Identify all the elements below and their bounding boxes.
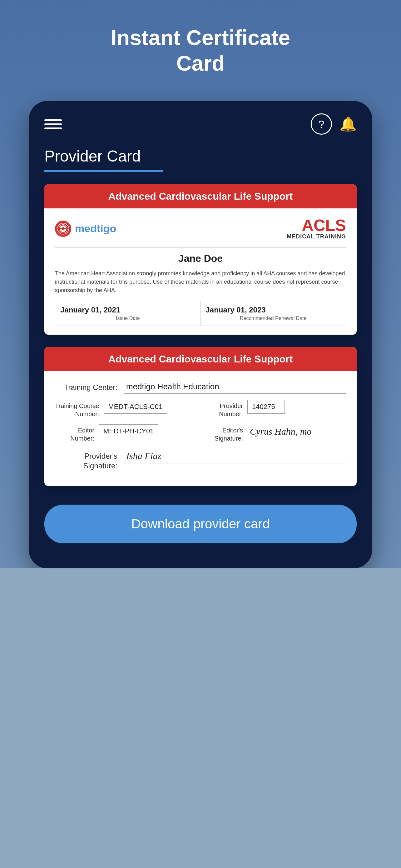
editor-number-group: EditorNumber: MEDT-PH-CY01: [55, 424, 197, 442]
help-icon-button[interactable]: ?: [311, 114, 332, 135]
cert-front-header-text: Advanced Cardiovascular Life Support: [108, 191, 293, 202]
editors-signature-label: Editor'sSignature:: [204, 424, 247, 442]
cert-dates-row: January 01, 2021 Issue Date January 01, …: [55, 301, 346, 326]
editor-number-label: EditorNumber:: [55, 424, 99, 442]
tab-section: Provider Card: [29, 141, 372, 172]
cert-issue-date-label: Issue Date: [60, 316, 196, 321]
cert-card-front: Advanced Cardiovascular Life Support: [44, 184, 357, 335]
providers-signature-value-container: Isha Fiaz: [124, 449, 346, 463]
cert-back-body: Training Center: medtigo Health Educatio…: [44, 371, 357, 486]
training-center-value-container: medtigo Health Education: [124, 380, 346, 394]
provider-number-value: 140275: [247, 400, 285, 414]
acls-subtext: MEDICAL TRAINING: [287, 234, 346, 240]
cert-issue-date-box: January 01, 2021 Issue Date: [55, 301, 201, 326]
course-number-label: Training CourseNumber:: [55, 400, 104, 418]
cert-name: Jane Doe: [55, 253, 346, 264]
acls-text: ACLS: [287, 217, 346, 234]
hamburger-menu-button[interactable]: [44, 119, 62, 129]
editors-signature-value: Cyrus Hahn, mo: [247, 424, 346, 439]
navbar: ? 🔔: [29, 101, 372, 141]
cert-back-header: Advanced Cardiovascular Life Support: [44, 347, 357, 371]
cert-description: The American Heart Association strongly …: [55, 269, 346, 294]
page-title: Instant Certificate Card: [92, 25, 309, 76]
svg-point-0: [57, 222, 70, 235]
providers-signature-value: Isha Fiaz: [126, 451, 162, 461]
training-center-value: medtigo Health Education: [126, 382, 219, 391]
svg-point-2: [62, 227, 64, 230]
course-number-group: Training CourseNumber: MEDT-ACLS-C01: [55, 400, 197, 418]
cert-top-row: medtigo ACLS MEDICAL TRAINING: [55, 217, 346, 240]
cert-issue-date-value: January 01, 2021: [60, 306, 196, 314]
cert-back-header-text: Advanced Cardiovascular Life Support: [108, 353, 293, 365]
provider-number-label: ProviderNumber:: [204, 400, 247, 418]
phone-card: ? 🔔 Provider Card Advanced Cardiovascula…: [29, 101, 372, 568]
navbar-right: ? 🔔: [311, 114, 357, 135]
acls-badge: ACLS MEDICAL TRAINING: [287, 217, 346, 240]
svg-point-1: [59, 225, 67, 232]
editor-number-value: MEDT-PH-CY01: [99, 424, 158, 438]
cert-renewal-date-label: Recommended Renewal Date: [206, 316, 341, 321]
cert-card-back: Advanced Cardiovascular Life Support Tra…: [44, 347, 357, 486]
bell-icon-button[interactable]: 🔔: [339, 116, 357, 132]
cert-front-header: Advanced Cardiovascular Life Support: [44, 184, 357, 208]
providers-signature-row: Provider'sSignature: Isha Fiaz: [55, 449, 346, 470]
medtigo-logo: medtigo: [55, 221, 116, 237]
bottom-section: [0, 568, 401, 868]
provider-card-tab[interactable]: Provider Card: [44, 147, 140, 170]
cert-renewal-date-box: January 01, 2023 Recommended Renewal Dat…: [201, 301, 346, 326]
medtigo-logo-text: medtigo: [75, 222, 116, 235]
editor-row: EditorNumber: MEDT-PH-CY01 Editor'sSigna…: [55, 424, 346, 442]
download-provider-card-button[interactable]: Download provider card: [44, 505, 357, 544]
training-center-row: Training Center: medtigo Health Educatio…: [55, 380, 346, 394]
editors-signature-group: Editor'sSignature: Cyrus Hahn, mo: [204, 424, 346, 442]
cert-front-body: medtigo ACLS MEDICAL TRAINING Jane Doe T…: [44, 208, 357, 335]
cert-renewal-date-value: January 01, 2023: [206, 306, 341, 314]
providers-signature-label: Provider'sSignature:: [55, 449, 124, 470]
course-provider-row: Training CourseNumber: MEDT-ACLS-C01 Pro…: [55, 400, 346, 418]
course-number-value: MEDT-ACLS-C01: [104, 400, 167, 414]
training-center-label: Training Center:: [55, 380, 124, 392]
medtigo-logo-icon: [55, 221, 71, 237]
provider-number-group: ProviderNumber: 140275: [204, 400, 346, 418]
tab-underline: [44, 170, 163, 172]
